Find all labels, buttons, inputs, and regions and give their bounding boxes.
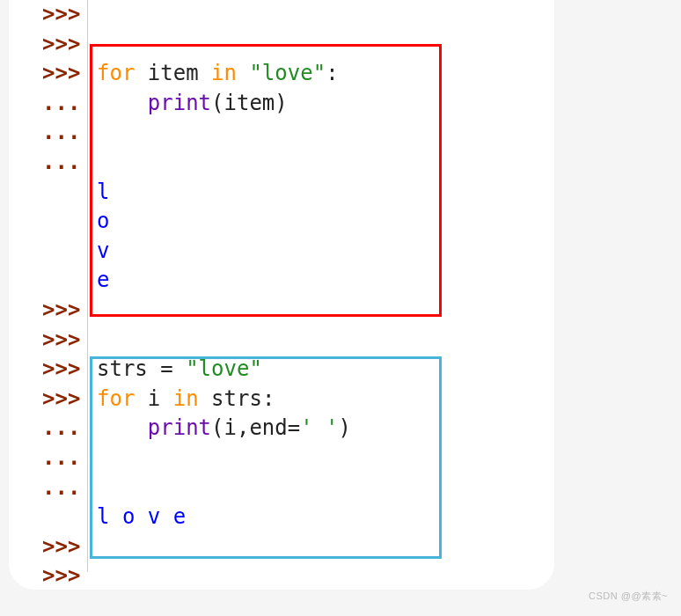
code-line: ... print(i,end=' '): [9, 414, 554, 444]
code-line: >>>: [9, 532, 554, 562]
code-line: ...: [9, 148, 554, 178]
code-line: l o v e: [9, 502, 554, 532]
code-line: v: [9, 237, 554, 267]
code-line: e: [9, 266, 554, 296]
prompt-ps2: ...: [9, 473, 84, 503]
prompt-ps1: >>>: [9, 532, 84, 562]
code-line: ... print(item): [9, 89, 554, 119]
prompt-ps1: >>>: [9, 385, 84, 414]
code-line: >>>: [9, 561, 554, 590]
prompt-ps1: >>>: [9, 30, 84, 60]
output-line: o: [84, 207, 554, 237]
code-line: ...: [9, 444, 554, 473]
code-line: o: [9, 207, 554, 237]
code-line: ...: [9, 118, 554, 148]
code-line: >>>for i in strs:: [9, 385, 554, 414]
print-call: print(item): [84, 89, 554, 119]
code-line: l: [9, 178, 554, 208]
prompt-ps1: >>>: [9, 296, 84, 326]
watermark: CSDN @@素素~: [589, 590, 668, 603]
assignment: strs = "love": [84, 355, 554, 385]
prompt-ps2: ...: [9, 89, 84, 119]
code-line: >>>for item in "love":: [9, 59, 554, 89]
prompt-ps1: >>>: [9, 355, 84, 385]
for-loop-header: for i in strs:: [84, 385, 554, 414]
code-panel: >>> >>> >>>for item in "love": ... print…: [9, 0, 554, 590]
code-line: >>>strs = "love": [9, 355, 554, 385]
code-line: >>>: [9, 0, 554, 30]
code-line: >>>: [9, 326, 554, 356]
code-area: >>> >>> >>>for item in "love": ... print…: [9, 0, 554, 590]
prompt-ps1: >>>: [9, 59, 84, 89]
gutter-separator: [87, 0, 88, 572]
prompt-ps1: >>>: [9, 326, 84, 356]
prompt-ps1: >>>: [9, 561, 84, 590]
prompt-ps2: ...: [9, 414, 84, 444]
output-line: v: [84, 237, 554, 267]
code-line: ...: [9, 473, 554, 503]
output-line: e: [84, 266, 554, 296]
prompt-ps2: ...: [9, 118, 84, 148]
output-line: l o v e: [84, 502, 554, 532]
output-line: l: [84, 178, 554, 208]
code-line: >>>: [9, 296, 554, 326]
prompt-ps1: >>>: [9, 0, 84, 30]
prompt-ps2: ...: [9, 444, 84, 473]
for-loop-header: for item in "love":: [84, 59, 554, 89]
print-call: print(i,end=' '): [84, 414, 554, 444]
code-line: >>>: [9, 30, 554, 60]
prompt-ps2: ...: [9, 148, 84, 178]
